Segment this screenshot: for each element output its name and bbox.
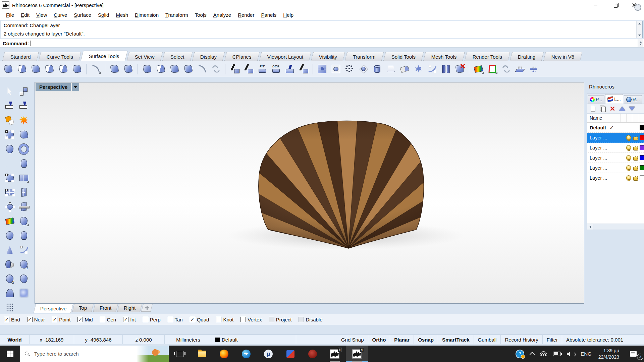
units-pane[interactable]: Millimeters xyxy=(165,335,212,344)
menu-surface[interactable]: Surface xyxy=(70,11,95,19)
insert-knot-button[interactable] xyxy=(284,63,295,74)
taskbar-search[interactable] xyxy=(20,346,169,362)
menu-tools[interactable]: Tools xyxy=(192,11,210,19)
delete-layer-button[interactable] xyxy=(609,105,616,112)
layer-lock-icon[interactable] xyxy=(633,157,638,161)
menu-render[interactable]: Render xyxy=(234,11,258,19)
viewport-tab-perspective[interactable]: Perspective xyxy=(34,304,73,313)
offset-surface-button[interactable] xyxy=(183,63,194,74)
checkbox-project[interactable] xyxy=(269,317,274,322)
osnap-perp[interactable]: Perp xyxy=(143,317,161,322)
layer-row-3[interactable]: Layer ... xyxy=(587,153,644,163)
layer-color-swatch[interactable] xyxy=(640,135,644,140)
plane-surface-button[interactable] xyxy=(18,172,30,183)
edge-curves-surface-button[interactable] xyxy=(18,158,30,169)
new-viewport-tab-button[interactable] xyxy=(141,304,153,312)
task-view-taskbar-button[interactable] xyxy=(169,346,191,362)
osnap-quad[interactable]: Quad xyxy=(190,317,209,322)
match-edge-button[interactable] xyxy=(413,63,424,74)
scroll-down-icon[interactable] xyxy=(637,33,642,38)
scroll-left-icon[interactable] xyxy=(587,224,593,230)
tab-drafting[interactable]: Drafting xyxy=(510,52,544,61)
layer-row-5[interactable]: Layer ... xyxy=(587,173,644,183)
panel-tab-properties-wheel[interactable]: P... xyxy=(588,95,604,104)
extend-surface-up-button[interactable] xyxy=(514,63,525,74)
menu-panels[interactable]: Panels xyxy=(258,11,280,19)
extend-surface-button[interactable] xyxy=(3,63,14,74)
surface-control-points-button[interactable] xyxy=(4,129,15,140)
cplane-pane[interactable]: World xyxy=(0,335,30,344)
rhino-6-current-taskbar-button[interactable]: 6 xyxy=(346,346,368,362)
layer-color-swatch[interactable] xyxy=(640,155,644,160)
move-layer-up-button[interactable] xyxy=(619,105,626,112)
layer-lock-icon[interactable] xyxy=(633,137,638,140)
heightfield-button[interactable] xyxy=(18,288,30,299)
osnap-mid[interactable]: Mid xyxy=(77,317,93,322)
status-ortho[interactable]: Ortho xyxy=(368,335,390,344)
current-layer-pane[interactable]: Default xyxy=(212,335,296,344)
layer-lock-icon[interactable] xyxy=(633,167,638,171)
curvature-graph-button[interactable] xyxy=(500,63,512,74)
sweep-1-rail-button[interactable]: 1 xyxy=(18,259,30,270)
trim-button[interactable] xyxy=(4,100,15,111)
checkbox-end[interactable] xyxy=(4,317,9,322)
layer-visibility-bulb-icon[interactable] xyxy=(626,175,631,180)
osnap-cen[interactable]: Cen xyxy=(100,317,116,322)
layer-lock-icon[interactable] xyxy=(633,177,638,181)
join-button[interactable] xyxy=(4,115,15,126)
menu-view[interactable]: View xyxy=(33,11,50,19)
checkbox-mid[interactable] xyxy=(77,317,83,322)
fillet-surface-button[interactable] xyxy=(16,63,28,74)
layer-lock-icon[interactable] xyxy=(633,147,638,150)
restore-button[interactable] xyxy=(605,0,625,10)
layer-visibility-bulb-icon[interactable] xyxy=(626,145,631,150)
osnap-project[interactable]: Project xyxy=(269,317,292,322)
extend-cylinder-button[interactable] xyxy=(372,63,383,74)
cutting-plane-button[interactable] xyxy=(18,201,30,212)
gear-icon[interactable] xyxy=(634,4,641,11)
loft-surface-button[interactable] xyxy=(4,158,15,169)
checkbox-disable[interactable] xyxy=(299,317,304,322)
points-surface-button[interactable] xyxy=(4,201,15,212)
status-planar[interactable]: Planar xyxy=(390,335,414,344)
osnap-disable[interactable]: Disable xyxy=(299,317,322,322)
vertical-plane-button[interactable] xyxy=(18,187,30,198)
menu-solid[interactable]: Solid xyxy=(95,11,112,19)
extrude-tapered-button[interactable] xyxy=(4,244,15,255)
battery-icon[interactable] xyxy=(550,346,564,362)
viewport-tab-top[interactable]: Top xyxy=(72,304,94,312)
sphere-from-surface-button[interactable] xyxy=(4,259,15,270)
draft-angle-analysis-button[interactable] xyxy=(473,63,484,74)
smash-button[interactable] xyxy=(210,63,221,74)
layer-color-swatch[interactable] xyxy=(640,145,644,150)
action-center-button[interactable]: 3 xyxy=(623,346,644,362)
select-pointer-button[interactable] xyxy=(4,86,15,97)
show-hidden-icons-chevron[interactable] xyxy=(527,346,537,362)
command-input[interactable] xyxy=(31,40,644,47)
volume-icon[interactable] xyxy=(564,346,577,362)
drape-button[interactable] xyxy=(4,288,15,299)
blend-surface-button[interactable] xyxy=(71,63,83,74)
osnap-point[interactable]: Point xyxy=(52,317,70,322)
layer-row-1[interactable]: Layer ... xyxy=(587,133,644,143)
surface-from-corner-points-button[interactable] xyxy=(18,129,30,140)
viewport-tab-right[interactable]: Right xyxy=(117,304,142,312)
menu-transform[interactable]: Transform xyxy=(162,11,192,19)
tab-new-in-v6[interactable]: New in V6 xyxy=(543,52,582,61)
viewport-menu-chevron-icon[interactable] xyxy=(72,83,79,91)
variable-radius-fillet-button[interactable] xyxy=(30,63,41,74)
tab-viewport-layout[interactable]: Viewport Layout xyxy=(259,52,312,61)
command-spinner[interactable] xyxy=(638,39,643,47)
layer-color-swatch[interactable] xyxy=(640,165,644,170)
extrude-to-point-button[interactable] xyxy=(18,230,30,241)
checkbox-knot[interactable] xyxy=(216,317,221,322)
start-button[interactable] xyxy=(0,346,20,362)
minimize-button[interactable] xyxy=(586,0,605,10)
explode-button[interactable] xyxy=(18,115,30,126)
viewport-tab-front[interactable]: Front xyxy=(93,304,118,312)
checkbox-point[interactable] xyxy=(52,317,57,322)
thunderbird-taskbar-button[interactable] xyxy=(235,346,257,362)
model-area[interactable] xyxy=(215,111,483,255)
tween-surfaces-button[interactable] xyxy=(109,63,120,74)
command-history-scrollbar[interactable] xyxy=(636,21,642,38)
